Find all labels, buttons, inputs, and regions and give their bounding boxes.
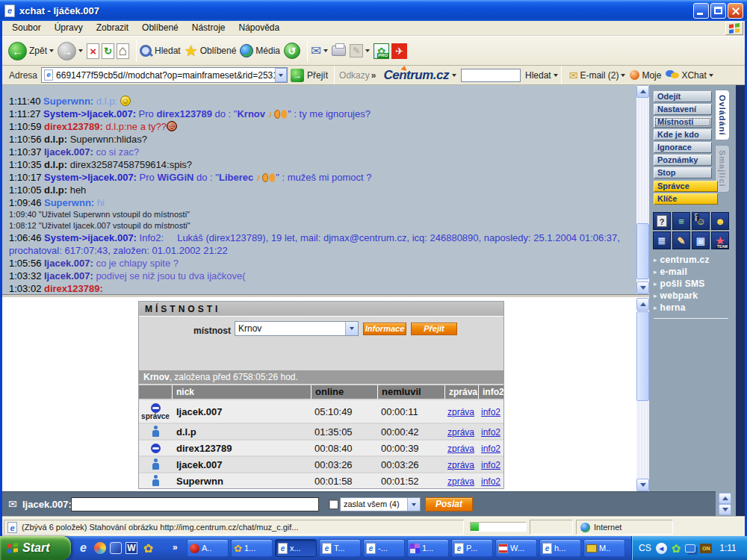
word-icon[interactable]: W xyxy=(125,542,137,554)
sidebar-button-klíče[interactable]: Klíče xyxy=(654,193,718,205)
centrum-xchat-button[interactable]: XChat xyxy=(666,70,713,81)
forward-dropdown-icon[interactable] xyxy=(78,49,83,52)
quicklaunch-overflow-icon[interactable]: » xyxy=(173,542,178,553)
centrum-search-input[interactable] xyxy=(461,69,521,82)
scroll-thumb[interactable] xyxy=(636,223,649,279)
live-icon[interactable]: ☺Live xyxy=(692,212,710,230)
sidebar-link-herna[interactable]: ▸herna xyxy=(654,302,733,314)
edit-dropdown-icon[interactable] xyxy=(365,49,370,52)
network-tray-icon[interactable] xyxy=(685,544,695,553)
taskbar-task[interactable]: eh... xyxy=(539,539,581,557)
centrum-logo[interactable]: Centrum.cz xyxy=(383,68,449,83)
zprava-link[interactable]: zpráva xyxy=(444,407,474,417)
sidebar-button-poznámky[interactable]: Poznámky xyxy=(654,155,712,166)
mail-dropdown-icon[interactable] xyxy=(323,49,328,52)
info2-link[interactable]: info2 xyxy=(478,476,500,487)
team-icon[interactable]: ★TEAM xyxy=(711,231,729,249)
ie-quicklaunch-icon[interactable]: e xyxy=(76,541,90,556)
icq-quicklaunch-icon[interactable]: ✿ xyxy=(141,541,155,556)
chat-scrollbar[interactable] xyxy=(636,85,649,294)
on-tray-icon[interactable]: ON xyxy=(700,544,712,553)
sidebar-button-nastavení[interactable]: Nastavení xyxy=(654,104,712,115)
refresh-button[interactable]: ↻ xyxy=(102,43,114,59)
home-button[interactable]: ⌂ xyxy=(117,43,129,59)
taskbar-task[interactable]: 1... xyxy=(407,539,449,557)
scroll-up-button[interactable] xyxy=(636,298,649,311)
sidebar-button-místnosti[interactable]: Místnosti xyxy=(654,116,712,128)
mail-button[interactable]: ✉ xyxy=(311,43,328,59)
menu-item-zobrazit[interactable]: Zobrazit xyxy=(90,21,135,35)
forward-button[interactable]: → xyxy=(58,42,83,60)
messenger-icon[interactable] xyxy=(110,542,122,554)
start-button[interactable]: Start xyxy=(0,536,71,560)
broadcast-dropdown-icon[interactable] xyxy=(407,498,420,511)
edit-button[interactable]: ✎ xyxy=(350,44,370,57)
sidebar-link-centrum.cz[interactable]: ▸centrum.cz xyxy=(654,254,733,266)
media-button[interactable]: Média xyxy=(240,44,280,57)
address-dropdown-icon[interactable] xyxy=(275,68,287,82)
close-button[interactable] xyxy=(728,3,743,19)
address-input[interactable]: e 6691477f59cb5d//modchat?op=mainframese… xyxy=(41,67,288,83)
language-indicator[interactable]: CS xyxy=(639,543,651,553)
sidebar-button-stop[interactable]: Stop xyxy=(654,167,712,178)
sidebar-link-pošli-sms[interactable]: ▸pošli SMS xyxy=(654,278,733,290)
info2-link[interactable]: info2 xyxy=(478,407,500,417)
news-icon[interactable]: ≡ xyxy=(672,212,690,230)
minimize-button[interactable] xyxy=(693,3,709,19)
message-input[interactable] xyxy=(71,497,319,511)
sidebar-button-ignorace[interactable]: Ignorace xyxy=(654,142,712,153)
search-button[interactable]: Hledat xyxy=(140,45,181,57)
whisper-icon[interactable]: ☻ xyxy=(711,212,729,230)
info2-link[interactable]: info2 xyxy=(478,444,500,454)
menu-item-oblíbené[interactable]: Oblíbené xyxy=(135,21,185,35)
scroll-thumb[interactable] xyxy=(636,311,649,401)
centrum-email-button[interactable]: ✉ E-mail (2) xyxy=(569,69,626,81)
taskbar-task[interactable]: M.. xyxy=(583,539,625,557)
menu-item-úpravy[interactable]: Úpravy xyxy=(48,21,90,35)
sidebar-button-správce[interactable]: Správce xyxy=(654,181,718,192)
zprava-link[interactable]: zpráva xyxy=(444,444,474,454)
sidebar-tab-ovládání[interactable]: Ovládání xyxy=(715,90,730,140)
scroll-up-button[interactable] xyxy=(719,493,731,504)
room-select-dropdown-icon[interactable] xyxy=(345,322,358,335)
menu-item-nápověda[interactable]: Nápověda xyxy=(232,21,286,35)
profile-icon[interactable]: ≣ xyxy=(653,231,671,249)
print-button[interactable] xyxy=(332,46,346,56)
scroll-down-button[interactable] xyxy=(719,504,731,515)
sidebar-button-kde-je-kdo[interactable]: Kde je kdo xyxy=(654,129,712,140)
zprava-link[interactable]: zpráva xyxy=(444,460,474,470)
scroll-down-button[interactable] xyxy=(636,479,649,491)
info2-link[interactable]: info2 xyxy=(478,460,500,470)
messenger-plus-button[interactable]: ✈ xyxy=(391,43,407,59)
sidebar-link-e-mail[interactable]: ▸e-mail xyxy=(654,266,733,278)
go-button[interactable]: → Přejít xyxy=(291,69,328,82)
centrum-moje-button[interactable]: Moje xyxy=(630,70,661,81)
scroll-down-button[interactable] xyxy=(636,281,649,294)
sidebar-button-odejít[interactable]: Odejít xyxy=(654,91,712,102)
icq-pro-button[interactable]: ✿PRO xyxy=(374,43,389,59)
taskbar-task[interactable]: ✿1... xyxy=(231,539,273,557)
sidebar-link-webpark[interactable]: ▸webpark xyxy=(654,290,733,302)
maximize-button[interactable] xyxy=(710,3,726,19)
scroll-up-button[interactable] xyxy=(636,85,649,98)
links-chevron-icon[interactable]: » xyxy=(371,70,376,81)
broadcast-checkbox[interactable] xyxy=(329,500,338,509)
centrum-search-button[interactable]: Hledat xyxy=(525,70,558,81)
menu-item-nástroje[interactable]: Nástroje xyxy=(185,21,232,35)
taskbar-task[interactable]: W... xyxy=(495,539,537,557)
taskbar-task[interactable]: A.. xyxy=(187,539,229,557)
prejit-button[interactable]: Přejít xyxy=(411,323,457,335)
media-player-icon[interactable] xyxy=(94,542,106,554)
taskbar-task[interactable]: e-... xyxy=(363,539,405,557)
notes-icon[interactable]: ✎ xyxy=(672,231,690,249)
back-dropdown-icon[interactable] xyxy=(49,49,54,52)
menu-item-soubor[interactable]: Soubor xyxy=(5,21,48,35)
stop-button[interactable]: × xyxy=(87,43,99,59)
info2-link[interactable]: info2 xyxy=(478,427,500,438)
address-url[interactable]: 6691477f59cb5d//modchat?op=mainframeset&… xyxy=(56,70,275,81)
taskbar-task[interactable]: eT... xyxy=(319,539,361,557)
informace-button[interactable]: Informace xyxy=(363,323,406,335)
tray-chevron-icon[interactable]: ◄ xyxy=(656,543,667,554)
zprava-link[interactable]: zpráva xyxy=(444,427,474,438)
taskbar-task[interactable]: ex... xyxy=(275,539,317,557)
